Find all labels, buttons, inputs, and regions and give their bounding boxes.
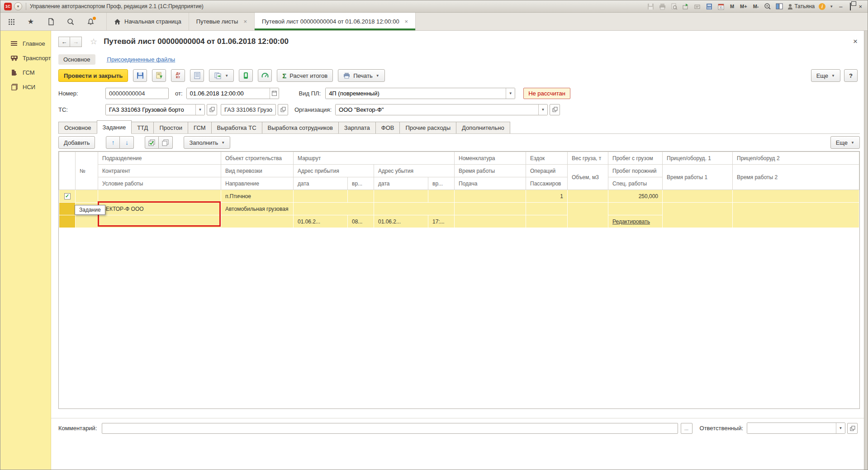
search-icon[interactable]: [66, 18, 75, 26]
header-empty-run[interactable]: Пробег порожний: [608, 165, 663, 177]
tab-ttd[interactable]: ТТД: [131, 122, 154, 133]
favorites-star-icon[interactable]: ★: [27, 18, 35, 26]
header-cargo-weight[interactable]: Вес груза, т: [568, 152, 608, 165]
pl-type-field[interactable]: ▼: [325, 88, 515, 99]
cell[interactable]: [294, 190, 348, 203]
add-row-button[interactable]: Добавить: [58, 136, 95, 149]
tab-zarplata[interactable]: Зарплата: [338, 122, 376, 133]
more-button[interactable]: Еще▼: [811, 69, 840, 82]
tab-vyrabotka-ts[interactable]: Выработка ТС: [211, 122, 262, 133]
move-down-button[interactable]: ↓: [120, 136, 134, 149]
checkbox-checked[interactable]: ✓: [64, 193, 71, 199]
open-link-icon[interactable]: [694, 3, 702, 10]
header-work-condition[interactable]: Условие работы: [98, 177, 221, 190]
cell-transport-kind[interactable]: Автомобильная грузовая: [221, 203, 294, 215]
header-route[interactable]: Маршрут: [294, 152, 455, 165]
info-icon[interactable]: i: [819, 3, 825, 10]
sidebar-item-transport[interactable]: Транспорт: [0, 51, 51, 65]
org-input[interactable]: [336, 104, 538, 115]
header-loaded-run[interactable]: Пробег с грузом: [608, 152, 663, 165]
tab-zadanie[interactable]: Задание: [97, 120, 132, 134]
cell-passengers[interactable]: [526, 215, 568, 228]
dashboard-button[interactable]: [258, 69, 272, 82]
cell-department[interactable]: [98, 190, 221, 203]
cell-volume[interactable]: [568, 203, 608, 228]
print-button[interactable]: Печать▼: [338, 69, 385, 82]
cell-special-works[interactable]: Редактировать: [608, 215, 663, 228]
cell-trailer1[interactable]: [663, 190, 733, 203]
header-departure-address[interactable]: Адрес убытия: [374, 165, 455, 177]
tab-fov[interactable]: ФОВ: [375, 122, 400, 133]
tab-dopolnitelno[interactable]: Дополнительно: [456, 122, 510, 133]
cell-weight[interactable]: [568, 190, 608, 203]
cell-nomenclature[interactable]: [455, 190, 526, 203]
open-vehicle2-button[interactable]: [278, 104, 288, 115]
grid-more-button[interactable]: Еще▼: [830, 136, 860, 149]
header-passengers[interactable]: Пассажиров: [526, 177, 568, 190]
cell-number[interactable]: [76, 190, 98, 203]
tab-prochie-rashody[interactable]: Прочие расходы: [399, 122, 456, 133]
header-special-works[interactable]: Спец. работы: [608, 177, 663, 190]
calc-totals-button[interactable]: ΣРасчет итогов: [277, 69, 333, 82]
save-button[interactable]: [133, 69, 147, 82]
cell-arrival-time[interactable]: 08...: [348, 215, 374, 228]
header-podacha[interactable]: Подача: [455, 177, 526, 190]
nav-link-main[interactable]: Основное: [58, 54, 95, 65]
add-link-icon[interactable]: [682, 3, 690, 10]
header-nomenclature[interactable]: Номенклатура: [455, 152, 526, 165]
dropdown-button[interactable]: ▼: [506, 88, 515, 99]
forward-button[interactable]: →: [70, 37, 82, 47]
header-transport-kind[interactable]: Вид перевозки: [221, 165, 294, 177]
calendar-icon[interactable]: 31: [717, 3, 725, 10]
cell[interactable]: [428, 190, 455, 203]
check-all-button[interactable]: [145, 136, 159, 149]
zoom-icon[interactable]: [764, 3, 772, 10]
comment-expand-button[interactable]: ...: [681, 423, 693, 434]
cell-arrival-date[interactable]: 01.06.2...: [294, 215, 348, 228]
restore-button[interactable]: [848, 3, 853, 10]
header-select[interactable]: [59, 152, 76, 190]
favorite-star-icon[interactable]: ☆: [90, 37, 97, 47]
cell[interactable]: [374, 190, 428, 203]
cell-work-time[interactable]: [455, 203, 526, 215]
cell-work-time2[interactable]: [733, 203, 859, 228]
comment-field[interactable]: [102, 423, 678, 434]
chevron-down-icon[interactable]: ▼: [830, 5, 833, 9]
apps-menu-icon[interactable]: [7, 18, 15, 26]
tab-home[interactable]: Начальная страница: [106, 13, 189, 30]
save-icon[interactable]: [647, 3, 655, 10]
dt-kt-button[interactable]: ДтКт: [171, 69, 185, 82]
cell-work-time1[interactable]: [663, 203, 733, 228]
header-departure-time[interactable]: вр...: [428, 177, 455, 190]
main-menu-button[interactable]: ▼: [14, 2, 22, 10]
create-based-on-button[interactable]: ▼: [209, 69, 234, 82]
uncheck-all-button[interactable]: [159, 136, 173, 149]
number-field[interactable]: [105, 88, 169, 99]
current-user[interactable]: Татьяна: [787, 3, 815, 9]
cell-trailer2[interactable]: [733, 190, 859, 203]
notifications-bell-icon[interactable]: [86, 18, 95, 26]
header-work-time[interactable]: Время работы: [455, 165, 526, 177]
header-trailer1[interactable]: Прицеп/оборуд. 1: [663, 152, 733, 165]
document-movements-button[interactable]: [190, 69, 204, 82]
header-departure-date[interactable]: дата: [374, 177, 428, 190]
nav-link-attachments[interactable]: Присоединенные файлы: [107, 56, 175, 63]
vehicle2-field[interactable]: [221, 104, 276, 115]
print-icon[interactable]: [659, 3, 666, 10]
minimize-button[interactable]: –: [837, 3, 844, 10]
header-operations[interactable]: Операций: [526, 165, 568, 177]
header-arrival-date[interactable]: дата: [294, 177, 348, 190]
header-direction[interactable]: Направление: [221, 177, 294, 190]
responsible-field[interactable]: ▼: [747, 423, 845, 434]
post-document-button[interactable]: [152, 69, 166, 82]
header-work-time1[interactable]: Время работы 1: [663, 165, 733, 190]
org-field[interactable]: ▼: [335, 104, 548, 115]
tab-waybill-document[interactable]: Путевой лист 00000000004 от 01.06.2018 1…: [254, 13, 416, 30]
header-arrival-time[interactable]: вр...: [348, 177, 374, 190]
close-tab-icon[interactable]: ×: [405, 18, 408, 25]
header-number[interactable]: №: [76, 152, 98, 190]
header-trailer2[interactable]: Прицеп/оборуд 2: [733, 152, 859, 165]
cell[interactable]: [76, 215, 98, 228]
cell-departure-address[interactable]: [374, 203, 455, 215]
responsible-input[interactable]: [747, 423, 836, 433]
